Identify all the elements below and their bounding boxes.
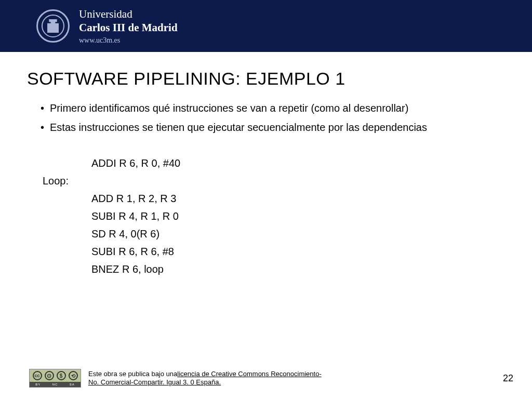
- university-line1: Universidad: [79, 7, 178, 21]
- slide-title: SOFTWARE PIPELINING: EJEMPLO 1: [27, 69, 505, 89]
- code-line: SUBI R 6, R 6, #8: [43, 243, 505, 260]
- bullet-item: Primero identificamos qué instrucciones …: [41, 102, 505, 114]
- license-link-line1[interactable]: licencia de Creative Commons Reconocimie…: [177, 370, 321, 378]
- code-line: SD R 4, 0(R 6): [43, 225, 505, 243]
- assembly-code-block: ADDI R 6, R 0, #40 Loop: ADD R 1, R 2, R…: [43, 154, 505, 278]
- university-seal-icon: [36, 9, 70, 43]
- page-number: 22: [503, 373, 513, 384]
- slide-footer: cc ⊙ $ ⟲ BY NC SA Este obra se publica b…: [29, 369, 513, 388]
- license-text: Este obra se publica bajo unalicencia de…: [88, 370, 322, 387]
- bullet-item: Estas instrucciones se tienen que ejecut…: [41, 122, 505, 134]
- slide-content: SOFTWARE PIPELINING: EJEMPLO 1 Primero i…: [0, 52, 532, 278]
- cc-nc-label: NC: [52, 383, 58, 386]
- code-line: SUBI R 4, R 1, R 0: [43, 207, 505, 225]
- cc-license-badge-icon: cc ⊙ $ ⟲ BY NC SA: [29, 369, 81, 388]
- code-line: BNEZ R 6, loop: [43, 260, 505, 278]
- cc-sa-label: SA: [70, 383, 75, 386]
- bullet-list: Primero identificamos qué instrucciones …: [27, 102, 505, 134]
- license-link-line2[interactable]: No. Comercial-Compartir. Igual 3. 0 Espa…: [88, 378, 221, 386]
- code-line: ADD R 1, R 2, R 3: [43, 190, 505, 207]
- cc-by-label: BY: [35, 383, 41, 386]
- code-label: Loop:: [43, 172, 505, 190]
- university-url: www.uc3m.es: [79, 36, 178, 45]
- slide-header: Universidad Carlos III de Madrid www.uc3…: [0, 0, 532, 52]
- university-name-block: Universidad Carlos III de Madrid www.uc3…: [79, 7, 178, 45]
- university-line2: Carlos III de Madrid: [79, 21, 178, 34]
- code-line: ADDI R 6, R 0, #40: [43, 154, 505, 172]
- license-prefix: Este obra se publica bajo una: [88, 370, 177, 378]
